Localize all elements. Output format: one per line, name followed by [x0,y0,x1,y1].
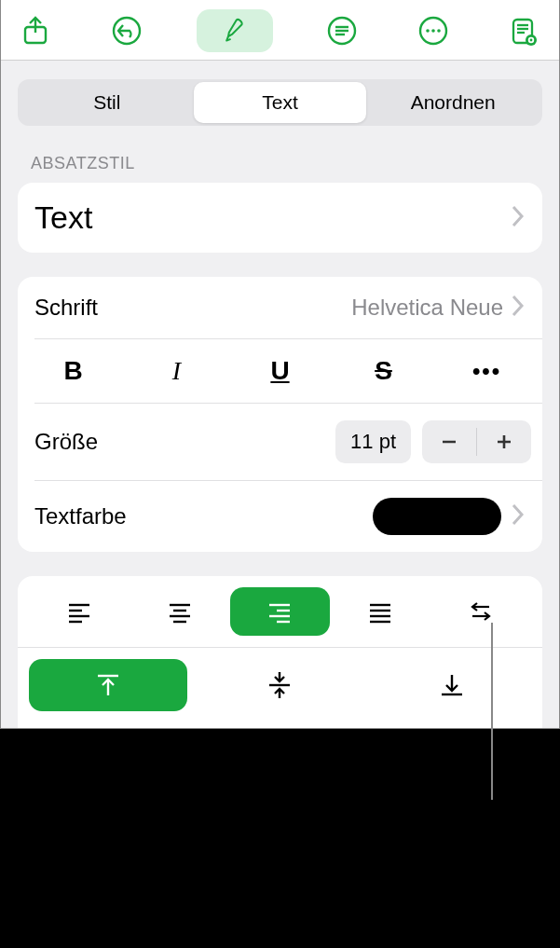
paragraph-style-card: Text [18,183,542,253]
size-value[interactable]: 11 pt [335,420,411,463]
size-label: Größe [34,429,335,455]
valign-bottom-button[interactable] [373,659,531,711]
alignment-card [18,576,542,728]
format-button[interactable] [197,9,273,52]
format-tabs: Stil Text Anordnen [18,79,542,126]
presenter-button[interactable] [503,9,546,52]
font-label: Schrift [34,295,351,321]
size-stepper [422,420,531,463]
paragraph-style-name: Text [34,199,511,236]
valign-top-button[interactable] [29,659,187,711]
align-justify-button[interactable] [330,587,430,636]
font-value: Helvetica Neue [351,295,503,321]
size-increase-button[interactable] [477,420,531,463]
italic-button[interactable]: I [125,349,228,393]
paragraph-style-row[interactable]: Text [18,183,542,253]
horizontal-align-row [18,576,542,647]
more-text-options-button[interactable]: ••• [435,350,539,392]
text-style-row: B I U S ••• [18,339,542,403]
vertical-align-row [18,648,542,728]
share-button[interactable] [14,9,57,52]
main-toolbar [1,0,559,61]
format-panel-body: Stil Text Anordnen ABSATZSTIL Text Schri… [1,61,559,728]
align-left-button[interactable] [29,587,130,636]
size-decrease-button[interactable] [422,420,476,463]
more-button[interactable] [412,9,455,52]
tab-arrange[interactable]: Anordnen [366,82,540,123]
chevron-right-icon [511,502,526,530]
tab-text[interactable]: Text [194,82,367,123]
text-color-swatch[interactable] [373,498,501,535]
bold-button[interactable]: B [21,349,125,393]
text-color-row[interactable]: Textfarbe [18,481,542,552]
font-row[interactable]: Schrift Helvetica Neue [18,277,542,338]
font-card: Schrift Helvetica Neue B I U S ••• Größe… [18,277,542,552]
format-panel: Stil Text Anordnen ABSATZSTIL Text Schri… [0,0,560,729]
size-row: Größe 11 pt [18,404,542,480]
svg-point-9 [437,29,441,33]
chevron-right-icon [511,204,526,232]
svg-point-16 [530,39,533,42]
insert-button[interactable] [321,9,363,52]
text-color-label: Textfarbe [34,503,373,529]
valign-middle-button[interactable] [200,659,359,711]
tab-style[interactable]: Stil [20,82,194,123]
svg-point-8 [431,29,435,33]
section-paragraph-style-label: ABSATZSTIL [31,154,542,173]
strikethrough-button[interactable]: S [332,349,435,393]
align-center-button[interactable] [130,587,230,636]
align-right-button[interactable] [230,587,331,636]
callout-leader [491,623,493,800]
chevron-right-icon [511,294,526,322]
underline-button[interactable]: U [228,349,332,393]
text-direction-button[interactable] [430,587,531,636]
svg-point-7 [426,29,430,33]
undo-button[interactable] [105,9,148,52]
